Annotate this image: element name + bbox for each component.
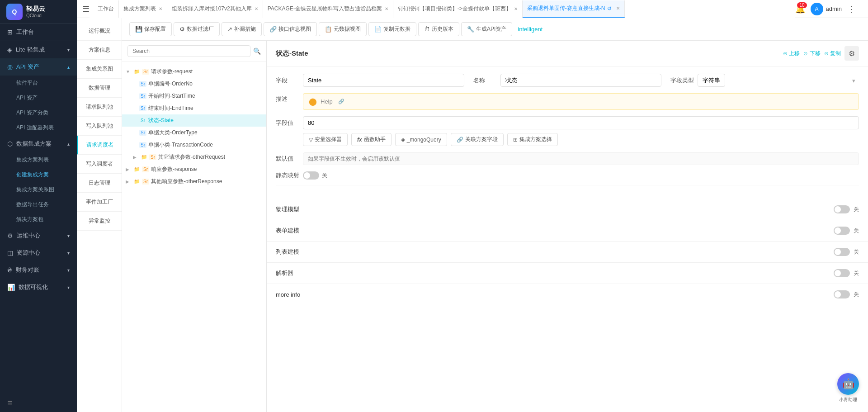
- search-icon[interactable]: 🔍: [253, 47, 261, 55]
- physical-model-switch[interactable]: [834, 205, 850, 213]
- nav-event-factory[interactable]: 事件加工厂: [77, 193, 122, 212]
- sidebar-sub-api-adapter[interactable]: API 适配器列表: [0, 120, 77, 135]
- tree-node-state[interactable]: Sr 状态-State: [122, 114, 266, 127]
- nav-request-queue[interactable]: 请求队列池: [77, 98, 122, 117]
- nav-graph[interactable]: 集成关系图: [77, 60, 122, 79]
- sidebar-sub-solution-pkg[interactable]: 解决方案包: [0, 212, 77, 227]
- intelligent-btn[interactable]: intelligent: [514, 23, 546, 35]
- tree-node-request-params[interactable]: ▼ 📁 Sr 请求参数-request: [122, 66, 266, 78]
- gen-api-btn[interactable]: 🔧 生成API资产: [461, 22, 512, 36]
- sidebar-item-finance[interactable]: ₴ 财务对账 ▾: [0, 261, 77, 279]
- tree-node-response[interactable]: ▶ 📁 Sr 响应参数-response: [122, 163, 266, 175]
- tree-node-other-response[interactable]: ▶ 📁 Sr 其他响应参数-otherResponse: [122, 175, 266, 188]
- tab-purchase[interactable]: 采购退料单固传-赛意直接生成-N ↺ ✕: [523, 0, 625, 18]
- interface-view-btn[interactable]: 🔗 接口信息视图: [264, 22, 317, 36]
- tree-node-other-request[interactable]: ▶ 📁 Sr 其它请求参数-otherRequest: [122, 151, 266, 163]
- mongo-query-btn[interactable]: ◈ _mongoQuery: [395, 133, 447, 146]
- default-input[interactable]: [303, 152, 859, 165]
- sidebar-item-data-integration[interactable]: ⬡ 数据集成方案 ▴: [0, 135, 77, 152]
- nav-run-overview[interactable]: 运行概况: [77, 22, 122, 41]
- sidebar-sub-solution-list[interactable]: 集成方案列表: [0, 152, 77, 167]
- tab-purchase-refresh[interactable]: ↺: [607, 5, 612, 12]
- type-label: 字段类型: [670, 76, 698, 85]
- toggle-otherresponse[interactable]: ▶: [126, 179, 132, 184]
- sidebar-item-resources[interactable]: ◫ 资源中心 ▾: [0, 244, 77, 261]
- sidebar-sub-software[interactable]: 软件平台: [0, 76, 77, 90]
- nav-anomaly[interactable]: 异常监控: [77, 212, 122, 231]
- tab-nailding-close[interactable]: ✕: [514, 6, 518, 11]
- sidebar-sub-create-solution[interactable]: 创建集成方案: [0, 167, 77, 182]
- toggle-response[interactable]: ▶: [126, 167, 132, 172]
- list-model-switch[interactable]: [834, 248, 850, 256]
- ai-assistant-btn[interactable]: 🤖: [837, 373, 859, 395]
- field-value-input[interactable]: [303, 116, 859, 129]
- field-input[interactable]: [303, 74, 464, 87]
- user-info[interactable]: A admin: [811, 3, 842, 15]
- tab-package[interactable]: PACKAGE-全蝶云星展物料写入暂占通货品档案 ✕: [263, 0, 393, 18]
- tree-node-order-type[interactable]: Sr 单据大类-OrderType: [122, 127, 266, 139]
- copy-data-btn[interactable]: 📄 复制元数据: [368, 22, 416, 36]
- tree-node-order-no[interactable]: Sr 单据编号-OrderNo: [122, 78, 266, 90]
- section-more-info[interactable]: more info 关: [267, 284, 868, 305]
- detail-action-down[interactable]: ⊙ 下移: [803, 50, 820, 57]
- sidebar-item-workspace[interactable]: ⊞ 工作台: [0, 24, 77, 41]
- history-btn[interactable]: ⏱ 历史版本: [418, 22, 459, 36]
- static-map-switch[interactable]: [303, 171, 319, 180]
- sidebar-sub-api-assets[interactable]: API 资产: [0, 90, 77, 105]
- tree-node-start-time[interactable]: Sr 开始时间-StartTime: [122, 90, 266, 102]
- toggle-request[interactable]: ▼: [126, 69, 132, 74]
- form-model-switch[interactable]: [834, 227, 850, 235]
- sidebar-sub-solution-graph[interactable]: 集成方案关系图: [0, 182, 77, 197]
- search-input[interactable]: [127, 45, 250, 57]
- var-selector-btn[interactable]: ▽ 变量选择器: [303, 133, 348, 146]
- notification-bell[interactable]: 🔔 10: [795, 4, 805, 14]
- sidebar-sub-data-export[interactable]: 数据导出任务: [0, 197, 77, 212]
- meta-view-btn[interactable]: 📋 元数据视图: [319, 22, 367, 36]
- nav-writer[interactable]: 写入调度者: [77, 155, 122, 174]
- section-form-model[interactable]: 表单建模 关: [267, 220, 868, 242]
- settings-gear-btn[interactable]: ⚙: [844, 46, 859, 61]
- sidebar-sub-api-classify[interactable]: API 资产分类: [0, 105, 77, 120]
- tab-purchase-close[interactable]: ✕: [616, 6, 620, 11]
- nav-write-queue[interactable]: 写入队列池: [77, 117, 122, 136]
- toggle-otherrequest[interactable]: ▶: [133, 155, 139, 160]
- tree-node-transaction-code[interactable]: Sr 单据小类-TransactionCode: [122, 139, 266, 151]
- nav-solution-info[interactable]: 方案信息: [77, 41, 122, 60]
- section-parser[interactable]: 解析器 关: [267, 263, 868, 284]
- tab-workspace[interactable]: 工作台: [93, 0, 119, 18]
- sidebar-item-lite[interactable]: ◈ Lite 轻集成 ▾: [0, 41, 77, 58]
- data-filter-btn[interactable]: ⚙ 数据过滤厂: [174, 22, 220, 36]
- more-info-switch[interactable]: [834, 290, 850, 298]
- name-input[interactable]: [500, 74, 662, 87]
- save-config-btn[interactable]: 💾 保存配置: [129, 22, 172, 36]
- type-select[interactable]: 字符串: [698, 74, 725, 87]
- folder-icon-otherresp: 📁: [134, 179, 140, 185]
- sidebar-item-api[interactable]: ◎ API 资产 ▴: [0, 58, 77, 76]
- section-list-model[interactable]: 列表建模 关: [267, 242, 868, 263]
- parser-switch[interactable]: [834, 269, 850, 277]
- repair-btn[interactable]: ↗ 补漏措施: [222, 22, 262, 36]
- tree-node-end-time[interactable]: Sr 结束时间-EndTime: [122, 102, 266, 114]
- link-field-btn[interactable]: 🔗 关联方案字段: [451, 133, 504, 146]
- detail-action-copy[interactable]: ⊙ 复制: [824, 50, 841, 57]
- section-physical-model[interactable]: 物理模型 关: [267, 199, 868, 220]
- sidebar-item-ops[interactable]: ⚙ 运维中心 ▾: [0, 227, 77, 244]
- parser-state: 关: [854, 270, 859, 277]
- sidebar-item-dataviz[interactable]: 📊 数据可视化 ▾: [0, 279, 77, 296]
- detail-action-up[interactable]: ⊙ 上移: [783, 50, 800, 57]
- tab-solution-list[interactable]: 集成方案列表 ✕: [119, 0, 167, 18]
- tab-solution-list-close[interactable]: ✕: [159, 6, 162, 11]
- nav-log-mgmt[interactable]: 日志管理: [77, 174, 122, 193]
- help-link-icon[interactable]: 🔗: [338, 99, 344, 104]
- solution-select-btn[interactable]: ⊞ 集成方案选择: [507, 133, 558, 146]
- func-helper-btn[interactable]: fx 函数助手: [351, 133, 392, 146]
- hamburger-icon[interactable]: ☰: [82, 4, 90, 14]
- tab-combine[interactable]: 组装拆卸入库对接107v2其他入库 ✕: [167, 0, 263, 18]
- tab-package-close[interactable]: ✕: [385, 6, 388, 11]
- tab-nailding[interactable]: 钉钉报销【项目报销类】->全蝶付款单【班西】 ✕: [393, 0, 523, 18]
- nav-data-mgmt[interactable]: 数据管理: [77, 79, 122, 98]
- nav-requester[interactable]: 请求调度者: [77, 136, 122, 155]
- tab-combine-close[interactable]: ✕: [255, 6, 258, 11]
- sidebar-menu-icon[interactable]: ☰: [0, 394, 77, 412]
- more-options-icon[interactable]: ⋮: [847, 4, 855, 14]
